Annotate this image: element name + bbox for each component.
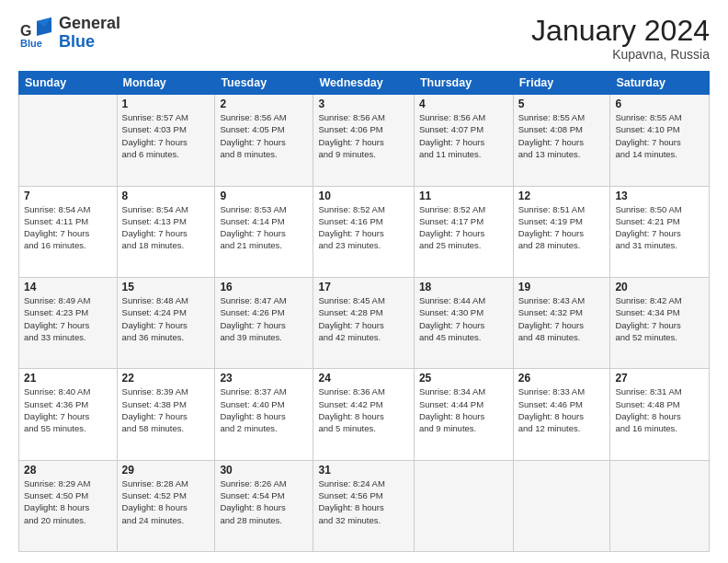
- calendar-cell: 8Sunrise: 8:54 AM Sunset: 4:13 PM Daylig…: [117, 186, 215, 277]
- day-number: 1: [122, 98, 210, 110]
- calendar-week-row: 7Sunrise: 8:54 AM Sunset: 4:11 PM Daylig…: [19, 186, 710, 277]
- day-info: Sunrise: 8:52 AM Sunset: 4:16 PM Dayligh…: [318, 203, 408, 252]
- day-number: 9: [220, 190, 308, 202]
- svg-text:Blue: Blue: [20, 38, 42, 49]
- day-number: 19: [518, 281, 606, 293]
- day-number: 4: [419, 98, 508, 110]
- day-number: 27: [615, 372, 704, 385]
- day-number: 25: [419, 372, 508, 385]
- calendar-cell: 1Sunrise: 8:57 AM Sunset: 4:03 PM Daylig…: [117, 95, 215, 186]
- day-info: Sunrise: 8:36 AM Sunset: 4:42 PM Dayligh…: [318, 385, 408, 434]
- weekday-header-wednesday: Wednesday: [313, 72, 414, 95]
- calendar-cell: 25Sunrise: 8:34 AM Sunset: 4:44 PM Dayli…: [414, 369, 513, 460]
- calendar-cell: 5Sunrise: 8:55 AM Sunset: 4:08 PM Daylig…: [513, 95, 610, 186]
- day-number: 24: [318, 372, 408, 385]
- day-info: Sunrise: 8:56 AM Sunset: 4:05 PM Dayligh…: [220, 111, 308, 160]
- day-info: Sunrise: 8:45 AM Sunset: 4:28 PM Dayligh…: [318, 294, 408, 343]
- calendar-cell: 26Sunrise: 8:33 AM Sunset: 4:46 PM Dayli…: [513, 369, 610, 460]
- day-info: Sunrise: 8:56 AM Sunset: 4:07 PM Dayligh…: [419, 111, 508, 160]
- calendar-week-row: 1Sunrise: 8:57 AM Sunset: 4:03 PM Daylig…: [19, 95, 710, 186]
- day-info: Sunrise: 8:43 AM Sunset: 4:32 PM Dayligh…: [518, 294, 606, 343]
- calendar-cell: 17Sunrise: 8:45 AM Sunset: 4:28 PM Dayli…: [313, 277, 414, 368]
- day-number: 20: [615, 281, 704, 293]
- day-number: 10: [318, 190, 408, 202]
- calendar-cell: 14Sunrise: 8:49 AM Sunset: 4:23 PM Dayli…: [19, 277, 118, 368]
- calendar-cell: 31Sunrise: 8:24 AM Sunset: 4:56 PM Dayli…: [313, 460, 414, 551]
- calendar-cell: 21Sunrise: 8:40 AM Sunset: 4:36 PM Dayli…: [19, 369, 118, 460]
- weekday-header-thursday: Thursday: [414, 72, 513, 95]
- day-info: Sunrise: 8:47 AM Sunset: 4:26 PM Dayligh…: [220, 294, 308, 343]
- day-info: Sunrise: 8:54 AM Sunset: 4:11 PM Dayligh…: [24, 203, 112, 252]
- day-info: Sunrise: 8:29 AM Sunset: 4:50 PM Dayligh…: [24, 477, 112, 526]
- day-info: Sunrise: 8:24 AM Sunset: 4:56 PM Dayligh…: [318, 477, 408, 526]
- calendar-cell: 20Sunrise: 8:42 AM Sunset: 4:34 PM Dayli…: [610, 277, 710, 368]
- calendar-cell: 24Sunrise: 8:36 AM Sunset: 4:42 PM Dayli…: [313, 369, 414, 460]
- day-info: Sunrise: 8:55 AM Sunset: 4:10 PM Dayligh…: [615, 111, 704, 160]
- day-info: Sunrise: 8:55 AM Sunset: 4:08 PM Dayligh…: [518, 111, 606, 160]
- calendar-cell: 3Sunrise: 8:56 AM Sunset: 4:06 PM Daylig…: [313, 95, 414, 186]
- day-number: 15: [122, 281, 210, 293]
- day-info: Sunrise: 8:34 AM Sunset: 4:44 PM Dayligh…: [419, 385, 508, 434]
- day-info: Sunrise: 8:53 AM Sunset: 4:14 PM Dayligh…: [220, 203, 308, 252]
- calendar-cell: 9Sunrise: 8:53 AM Sunset: 4:14 PM Daylig…: [215, 186, 313, 277]
- logo-text: General Blue: [59, 15, 120, 52]
- day-info: Sunrise: 8:50 AM Sunset: 4:21 PM Dayligh…: [615, 203, 704, 252]
- logo: G Blue General Blue: [18, 15, 120, 52]
- calendar-cell: 18Sunrise: 8:44 AM Sunset: 4:30 PM Dayli…: [414, 277, 513, 368]
- day-number: 30: [220, 464, 308, 477]
- day-info: Sunrise: 8:40 AM Sunset: 4:36 PM Dayligh…: [24, 385, 112, 434]
- calendar-cell: 10Sunrise: 8:52 AM Sunset: 4:16 PM Dayli…: [313, 186, 414, 277]
- day-info: Sunrise: 8:57 AM Sunset: 4:03 PM Dayligh…: [122, 111, 210, 160]
- day-info: Sunrise: 8:37 AM Sunset: 4:40 PM Dayligh…: [220, 385, 308, 434]
- day-number: 21: [24, 372, 112, 385]
- calendar-cell: 16Sunrise: 8:47 AM Sunset: 4:26 PM Dayli…: [215, 277, 313, 368]
- day-number: 3: [318, 98, 408, 110]
- calendar-cell: 12Sunrise: 8:51 AM Sunset: 4:19 PM Dayli…: [513, 186, 610, 277]
- calendar-table: SundayMondayTuesdayWednesdayThursdayFrid…: [18, 71, 710, 552]
- day-number: 26: [518, 372, 606, 385]
- calendar-cell: 22Sunrise: 8:39 AM Sunset: 4:38 PM Dayli…: [117, 369, 215, 460]
- day-number: 6: [615, 98, 704, 110]
- weekday-header-monday: Monday: [117, 72, 215, 95]
- day-info: Sunrise: 8:26 AM Sunset: 4:54 PM Dayligh…: [220, 477, 308, 526]
- day-info: Sunrise: 8:33 AM Sunset: 4:46 PM Dayligh…: [518, 385, 606, 434]
- day-number: 28: [24, 464, 112, 477]
- calendar-cell: 2Sunrise: 8:56 AM Sunset: 4:05 PM Daylig…: [215, 95, 313, 186]
- day-number: 17: [318, 281, 408, 293]
- calendar-cell: [610, 460, 710, 551]
- month-title: January 2024: [531, 15, 710, 47]
- day-info: Sunrise: 8:31 AM Sunset: 4:48 PM Dayligh…: [615, 385, 704, 434]
- calendar-week-row: 28Sunrise: 8:29 AM Sunset: 4:50 PM Dayli…: [19, 460, 710, 551]
- day-info: Sunrise: 8:48 AM Sunset: 4:24 PM Dayligh…: [122, 294, 210, 343]
- calendar-cell: 4Sunrise: 8:56 AM Sunset: 4:07 PM Daylig…: [414, 95, 513, 186]
- weekday-header-friday: Friday: [513, 72, 610, 95]
- calendar-cell: 6Sunrise: 8:55 AM Sunset: 4:10 PM Daylig…: [610, 95, 710, 186]
- day-number: 7: [24, 190, 112, 202]
- day-info: Sunrise: 8:54 AM Sunset: 4:13 PM Dayligh…: [122, 203, 210, 252]
- calendar-cell: 29Sunrise: 8:28 AM Sunset: 4:52 PM Dayli…: [117, 460, 215, 551]
- day-number: 23: [220, 372, 308, 385]
- weekday-header-saturday: Saturday: [610, 72, 710, 95]
- day-info: Sunrise: 8:42 AM Sunset: 4:34 PM Dayligh…: [615, 294, 704, 343]
- calendar-cell: 27Sunrise: 8:31 AM Sunset: 4:48 PM Dayli…: [610, 369, 710, 460]
- calendar-cell: 13Sunrise: 8:50 AM Sunset: 4:21 PM Dayli…: [610, 186, 710, 277]
- calendar-cell: 30Sunrise: 8:26 AM Sunset: 4:54 PM Dayli…: [215, 460, 313, 551]
- calendar-cell: 7Sunrise: 8:54 AM Sunset: 4:11 PM Daylig…: [19, 186, 118, 277]
- calendar-week-row: 14Sunrise: 8:49 AM Sunset: 4:23 PM Dayli…: [19, 277, 710, 368]
- day-info: Sunrise: 8:49 AM Sunset: 4:23 PM Dayligh…: [24, 294, 112, 343]
- calendar-cell: 28Sunrise: 8:29 AM Sunset: 4:50 PM Dayli…: [19, 460, 118, 551]
- day-info: Sunrise: 8:56 AM Sunset: 4:06 PM Dayligh…: [318, 111, 408, 160]
- day-number: 5: [518, 98, 606, 110]
- weekday-header-tuesday: Tuesday: [215, 72, 313, 95]
- weekday-header-row: SundayMondayTuesdayWednesdayThursdayFrid…: [19, 72, 710, 95]
- day-number: 2: [220, 98, 308, 110]
- day-number: 11: [419, 190, 508, 202]
- title-block: January 2024 Kupavna, Russia: [531, 15, 710, 62]
- calendar-cell: 23Sunrise: 8:37 AM Sunset: 4:40 PM Dayli…: [215, 369, 313, 460]
- day-info: Sunrise: 8:28 AM Sunset: 4:52 PM Dayligh…: [122, 477, 210, 526]
- day-number: 8: [122, 190, 210, 202]
- day-info: Sunrise: 8:39 AM Sunset: 4:38 PM Dayligh…: [122, 385, 210, 434]
- day-info: Sunrise: 8:52 AM Sunset: 4:17 PM Dayligh…: [419, 203, 508, 252]
- day-info: Sunrise: 8:44 AM Sunset: 4:30 PM Dayligh…: [419, 294, 508, 343]
- location: Kupavna, Russia: [531, 47, 710, 62]
